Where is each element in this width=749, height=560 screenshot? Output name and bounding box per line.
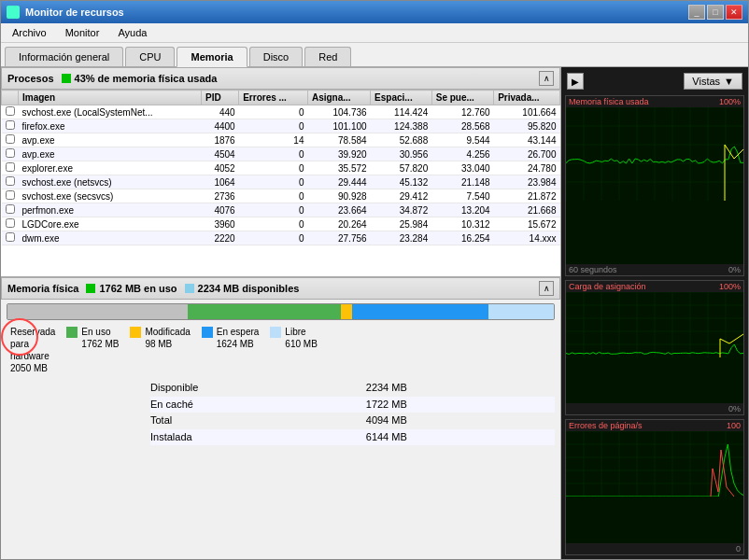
- row-assign: 104.736: [307, 105, 370, 119]
- table-row[interactable]: avp.exe 1876 14 78.584 52.688 9.544 43.1…: [2, 133, 560, 147]
- tab-disco[interactable]: Disco: [249, 47, 304, 66]
- tab-memoria[interactable]: Memoria: [177, 47, 247, 67]
- row-checkbox[interactable]: [2, 203, 19, 217]
- chart-errores-bottom-right: 0: [736, 544, 741, 553]
- process-table-container[interactable]: Imagen PID Errores ... Asigna... Espaci.…: [1, 90, 560, 276]
- mem-bar-segment: [7, 304, 188, 319]
- row-checkbox[interactable]: [2, 105, 19, 119]
- table-row[interactable]: firefox.exe 4400 0 101.100 124.388 28.56…: [2, 119, 560, 133]
- row-pid: 1064: [202, 175, 239, 189]
- row-assign: 35.572: [307, 161, 370, 175]
- row-errors: 0: [239, 175, 308, 189]
- mem-bar-segment: [188, 304, 341, 319]
- maximize-button[interactable]: □: [707, 5, 724, 20]
- row-name: LGDCore.exe: [19, 217, 202, 231]
- process-collapse-button[interactable]: ∧: [539, 71, 554, 86]
- detail-total-value: 4094 MB: [366, 413, 555, 429]
- row-checkbox[interactable]: [2, 189, 19, 203]
- mem-inuse-label: 1762 MB en uso: [99, 283, 177, 294]
- chart-mem-fisica-bottom: 60 segundos 0%: [566, 264, 743, 275]
- row-errors: 14: [239, 133, 308, 147]
- detail-total-label: Total: [150, 413, 366, 429]
- row-assign: 90.928: [307, 189, 370, 203]
- mem-inuse-dot: [86, 284, 95, 293]
- app-icon: [7, 6, 20, 19]
- green-dot-icon: [62, 74, 71, 83]
- row-pid: 3960: [202, 217, 239, 231]
- row-name: avp.exe: [19, 147, 202, 161]
- process-header-left: Procesos 43% de memoria física usada: [7, 73, 217, 84]
- table-row[interactable]: svchost.exe (netsvcs) 1064 0 29.444 45.1…: [2, 175, 560, 189]
- row-pid: 1876: [202, 133, 239, 147]
- chart-errores-bottom: 0: [566, 543, 743, 554]
- title-controls: _ □ ✕: [688, 5, 742, 20]
- right-panel-header: ▶ Vistas ▼: [565, 71, 744, 91]
- menu-monitor[interactable]: Monitor: [58, 25, 107, 40]
- table-row[interactable]: avp.exe 4504 0 39.920 30.956 4.256 26.70…: [2, 147, 560, 161]
- row-private: 21.872: [494, 189, 560, 203]
- table-row[interactable]: perfmon.exe 4076 0 23.664 34.872 13.204 …: [2, 203, 560, 217]
- menu-ayuda[interactable]: Ayuda: [110, 25, 154, 40]
- row-pid: 4504: [202, 147, 239, 161]
- table-row[interactable]: dwm.exe 2220 0 27.756 23.284 16.254 14.x…: [2, 231, 560, 245]
- row-space: 124.388: [371, 119, 432, 133]
- row-errors: 0: [239, 203, 308, 217]
- mem-phys-collapse-button[interactable]: ∧: [539, 281, 554, 296]
- mem-phys-header[interactable]: Memoria física 1762 MB en uso 2234 MB di…: [1, 277, 560, 300]
- row-checkbox[interactable]: [2, 147, 19, 161]
- table-row[interactable]: svchost.exe (secsvcs) 2736 0 90.928 29.4…: [2, 189, 560, 203]
- tab-red[interactable]: Red: [304, 47, 351, 66]
- row-checkbox[interactable]: [2, 133, 19, 147]
- row-checkbox[interactable]: [2, 175, 19, 189]
- row-assign: 78.584: [307, 133, 370, 147]
- row-assign: 27.756: [307, 231, 370, 245]
- mem-available-label: 2234 MB disponibles: [198, 283, 300, 294]
- tab-cpu[interactable]: CPU: [125, 47, 175, 66]
- row-errors: 0: [239, 147, 308, 161]
- menu-archivo[interactable]: Archivo: [5, 25, 54, 40]
- legend-label-reservada: Reservadaparahardware2050 MB: [10, 326, 55, 374]
- detail-encache-label: En caché: [150, 397, 366, 413]
- window-title: Monitor de recursos: [25, 7, 124, 18]
- vistas-button[interactable]: Vistas ▼: [684, 73, 742, 90]
- row-pid: 2220: [202, 231, 239, 245]
- table-row[interactable]: svchost.exe (LocalSystemNet... 440 0 104…: [2, 105, 560, 119]
- chart-mem-fisica-time: 60 segundos: [569, 265, 617, 274]
- row-pid: 4076: [202, 203, 239, 217]
- title-bar: Monitor de recursos _ □ ✕: [1, 1, 748, 23]
- chart-carga-canvas: [566, 292, 743, 404]
- row-checkbox[interactable]: [2, 161, 19, 175]
- tab-informacion-general[interactable]: Información general: [5, 47, 123, 66]
- table-row[interactable]: LGDCore.exe 3960 0 20.264 25.984 10.312 …: [2, 217, 560, 231]
- chart-errores: Errores de página/s 100 0: [565, 419, 744, 555]
- table-row[interactable]: explorer.exe 4052 0 35.572 57.820 33.040…: [2, 161, 560, 175]
- row-checkbox[interactable]: [2, 119, 19, 133]
- process-section-header[interactable]: Procesos 43% de memoria física usada ∧: [1, 67, 560, 90]
- menubar: Archivo Monitor Ayuda: [1, 23, 748, 43]
- row-space: 114.424: [371, 105, 432, 119]
- tabs-row: Información general CPU Memoria Disco Re…: [1, 43, 748, 67]
- row-checkbox[interactable]: [2, 217, 19, 231]
- detail-instalada-value: 6144 MB: [366, 429, 555, 446]
- row-space: 52.688: [371, 133, 432, 147]
- process-title: Procesos: [7, 73, 54, 84]
- row-sepu: 13.204: [431, 203, 493, 217]
- chart-carga-label: Carga de asignación 100%: [566, 281, 743, 292]
- minimize-button[interactable]: _: [688, 5, 705, 20]
- legend-libre: Libre610 MB: [270, 326, 317, 350]
- expand-button[interactable]: ▶: [567, 73, 584, 90]
- col-imagen: Imagen: [19, 91, 202, 105]
- row-private: 26.700: [494, 147, 560, 161]
- mem-legend: Reservadaparahardware2050 MB En uso1762 …: [1, 324, 560, 376]
- row-private: 43.144: [494, 133, 560, 147]
- row-space: 30.956: [371, 147, 432, 161]
- chart-errores-label: Errores de página/s 100: [566, 420, 743, 431]
- row-assign: 101.100: [307, 119, 370, 133]
- row-checkbox[interactable]: [2, 231, 19, 245]
- close-button[interactable]: ✕: [726, 5, 742, 20]
- legend-color-modificada: [130, 327, 141, 338]
- mem-details-table: Disponible 2234 MB En caché 1722 MB Tota…: [150, 380, 555, 445]
- row-errors: 0: [239, 119, 308, 133]
- row-pid: 4400: [202, 119, 239, 133]
- col-privada: Privada...: [494, 91, 560, 105]
